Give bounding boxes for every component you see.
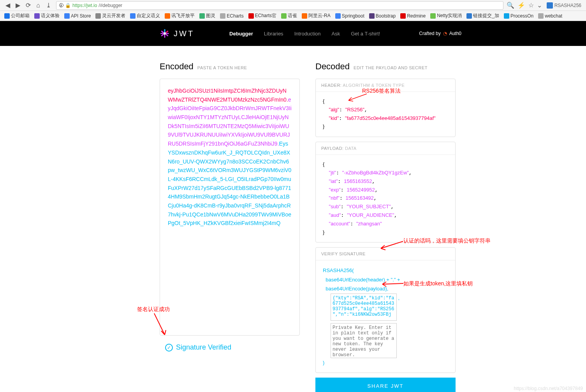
private-key-input[interactable] (331, 323, 397, 358)
bookmark-label: 语义体验 (41, 12, 60, 19)
bookmark-icon (34, 13, 40, 19)
bookmark-icon (430, 13, 436, 19)
bookmark-item[interactable]: Redmine (398, 12, 428, 19)
bookmark-label: ECharts (227, 13, 243, 19)
payload-json[interactable]: { "jti": "-xZbhoBgBdl4kZbQY1gzEw", "iat"… (316, 155, 455, 242)
bookmark-label: 图灵 (206, 12, 215, 19)
public-key-input[interactable] (331, 294, 397, 321)
bookmark-icon (130, 13, 136, 19)
bookmark-item[interactable]: ProcessOn (502, 12, 535, 19)
bookmark-label: API Store (71, 13, 91, 19)
decoded-column: Decoded EDIT THE PAYLOAD AND SECRET HEAD… (315, 62, 456, 392)
browser-toolbar: ◀ ▶ ⟳ ⌂ ⤓ 🛈 🔒 https://jwt.io/#debugger 🔍… (0, 0, 586, 11)
header-json[interactable]: { "alg": "RS256", "kid": "fa677d525c0e4e… (316, 92, 455, 137)
bookmark-label: webchat (545, 13, 562, 19)
bookmark-icon (466, 13, 472, 19)
bookmark-item[interactable]: Netty实现消 (428, 12, 464, 20)
annotation-pubkey: 认证的话吗，这里需要填公钥字符串 (403, 237, 491, 244)
svg-point-0 (164, 32, 166, 35)
share-jwt-button[interactable]: SHARE JWT (315, 378, 456, 392)
auth0-icon: ◔ (443, 31, 447, 36)
bookmark-item[interactable]: ECharts (218, 12, 245, 19)
bookmark-label: Bootstrap (376, 13, 396, 19)
bookmark-item[interactable]: 灵云开发者 (93, 12, 127, 20)
bookmark-item[interactable]: 讯飞开放平 (163, 12, 197, 20)
bookmark-icon (400, 13, 406, 19)
forward-button[interactable]: ▶ (13, 1, 23, 10)
bookmark-label: ECharts官 (255, 12, 276, 19)
bookmark-item[interactable]: 公司邮箱 (2, 12, 32, 20)
reload-button[interactable]: ⟳ (23, 1, 33, 10)
lock-icon: 🔒 (65, 3, 71, 8)
arrow-3 (380, 279, 405, 290)
nav-link-ask[interactable]: Ask (332, 31, 340, 37)
encoded-column: Encoded PASTE A TOKEN HERE eyJhbGciOiJSU… (160, 62, 300, 392)
bookmark-icon (248, 13, 254, 19)
home-button[interactable]: ⌂ (33, 1, 43, 10)
bookmark-icon (538, 13, 544, 19)
bookmark-item[interactable]: Springboot (333, 12, 366, 19)
annotation-privkey: 如果是生成token,这里填私钥 (403, 280, 473, 287)
bookmark-label: 灵云开发者 (102, 12, 125, 19)
shield-icon: 🛈 (59, 3, 63, 8)
annotation-verified: 签名认证成功 (137, 306, 170, 313)
bookmark-label: Springboot (342, 13, 364, 19)
logo[interactable]: JWT (160, 28, 194, 39)
decoded-title: Decoded EDIT THE PAYLOAD AND SECRET (315, 62, 456, 72)
bookmark-icon (165, 13, 170, 19)
bookmark-icon (504, 13, 509, 19)
flash-icon[interactable]: ⚡ (517, 2, 525, 9)
nav-links: DebuggerLibrariesIntroductionAskGet a T-… (229, 31, 380, 37)
bookmark-label: 公司邮箱 (11, 12, 30, 19)
jwt-header: eyJhbGciOiJSUzI1NiIsImtpZCI6ImZhNjc3ZDUy… (168, 88, 287, 103)
back-button[interactable]: ◀ (3, 1, 12, 10)
bookmark-label: 语雀 (288, 12, 297, 19)
nav-link-libraries[interactable]: Libraries (264, 31, 283, 37)
bookmark-icon (4, 13, 10, 19)
star-icon[interactable]: ☆ (528, 2, 534, 9)
bookmark-icon (335, 13, 341, 19)
jwt-signature: EysYSDxwsznDKhqFw6urK_J_RQTOLCQIdn_UXe8X… (168, 141, 291, 226)
bookmark-item[interactable]: API Store (62, 12, 93, 19)
bookmark-icon (95, 13, 101, 19)
site-header: JWT DebuggerLibrariesIntroductionAskGet … (0, 21, 586, 46)
jwt-logo-icon (160, 28, 170, 39)
download-button[interactable]: ⤓ (44, 1, 53, 10)
url-path: /#debugger (99, 3, 122, 8)
bookmark-icon (281, 13, 287, 19)
encoded-token-box[interactable]: eyJhbGciOiJSUzI1NiIsImtpZCI6ImZhNjc3ZDUy… (160, 79, 300, 336)
decoded-subtitle: EDIT THE PAYLOAD AND SECRET (354, 65, 428, 70)
nav-link-debugger[interactable]: Debugger (229, 31, 253, 37)
annotation-rs256: RS256签名算法 (362, 88, 401, 95)
nav-link-getatshirt[interactable]: Get a T-shirt! (351, 31, 380, 37)
bookmark-icon (302, 13, 307, 19)
bookmark-item[interactable]: ECharts官 (246, 12, 278, 20)
bookmark-item[interactable]: 阿里云-RA (300, 12, 333, 20)
encoded-title: Encoded PASTE A TOKEN HERE (160, 62, 300, 72)
bookmark-item[interactable]: 自定义语义 (128, 12, 162, 20)
bookmark-item[interactable]: 图灵 (197, 12, 217, 20)
bookmark-item[interactable]: 语义体验 (32, 12, 62, 20)
arrow-4 (147, 311, 171, 339)
crafted-by: Crafted by ◔ Auth0 (419, 31, 461, 36)
bookmark-icon (369, 13, 375, 19)
main-content: Encoded PASTE A TOKEN HERE eyJhbGciOiJSU… (0, 46, 586, 392)
jwt-payload: eyJqdGkiOiIteFpiaG9CZ0JkbDRrWmJRWTFnekV3… (168, 97, 292, 147)
signature-body: RSASHA256( base64UrlEncode(header) + "."… (316, 260, 455, 373)
bookmark-item[interactable]: 链接提交_加 (465, 12, 501, 20)
payload-section: PAYLOAD: DATA { "jti": "-xZbhoBgBdl4kZbQ… (315, 142, 456, 243)
bookmark-item[interactable]: Bootstrap (367, 12, 398, 19)
search-icon[interactable]: 🔍 (507, 2, 514, 9)
bookmark-label: 链接提交_加 (473, 12, 499, 19)
bookmark-label: 讯飞开放平 (171, 12, 195, 19)
url-host: https://jwt.io (72, 3, 97, 8)
bookmark-icon (220, 13, 225, 19)
nav-link-introduction[interactable]: Introduction (294, 31, 321, 37)
extension-button[interactable]: RSASHA256 (545, 2, 583, 9)
bookmark-label: Redmine (407, 13, 426, 19)
url-bar[interactable]: 🛈 🔒 https://jwt.io/#debugger (56, 1, 503, 10)
bookmark-label: 阿里云-RA (308, 12, 331, 19)
chevron-down-icon[interactable]: ⌄ (537, 2, 542, 9)
bookmark-item[interactable]: webchat (536, 12, 564, 19)
bookmark-item[interactable]: 语雀 (279, 12, 299, 20)
